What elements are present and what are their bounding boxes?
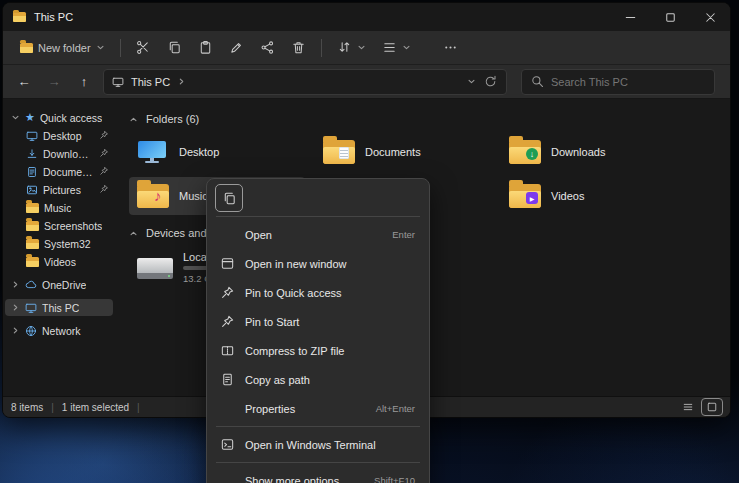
view-icon (382, 40, 397, 55)
folder-tile-downloads[interactable]: ↓ Downloads (501, 133, 677, 171)
context-menu-item-pin-start[interactable]: Pin to Start (211, 307, 425, 336)
sidebar-item-system32[interactable]: System32 (5, 235, 113, 252)
sidebar-item-downloads[interactable]: Downloads (5, 145, 113, 162)
chevron-up-icon (129, 229, 138, 238)
copy-path-icon (219, 372, 235, 388)
copy-icon (222, 191, 237, 206)
context-menu-item-compress-zip[interactable]: Compress to ZIP file (211, 336, 425, 365)
folder-tile-videos[interactable]: ▶ Videos (501, 177, 677, 215)
cut-icon (136, 40, 151, 55)
share-icon (260, 40, 275, 55)
folder-icon (26, 257, 39, 267)
sidebar-item-screenshots[interactable]: Screenshots (5, 217, 113, 234)
minimize-button[interactable] (610, 3, 650, 31)
sidebar-item-videos[interactable]: Videos (5, 253, 113, 270)
details-view-button[interactable] (678, 399, 698, 415)
network-icon (25, 325, 37, 337)
command-toolbar: New folder (3, 31, 730, 65)
menu-item-label: Pin to Quick access (245, 287, 342, 299)
maximize-button[interactable] (650, 3, 690, 31)
context-menu-item-properties[interactable]: Properties Alt+Enter (211, 394, 425, 423)
folder-tile-desktop[interactable]: Desktop (129, 133, 305, 171)
chevron-down-icon (402, 43, 411, 52)
forward-button[interactable]: → (41, 69, 67, 95)
sidebar-item-pictures[interactable]: Pictures (5, 181, 113, 198)
menu-item-label: Open (245, 229, 272, 241)
sort-icon (337, 40, 352, 55)
sidebar-item-label: Screenshots (44, 220, 102, 232)
cloud-icon (25, 279, 37, 291)
sort-button[interactable] (330, 35, 373, 61)
sidebar-item-label: Downloads (43, 148, 94, 160)
hard-drive-icon (137, 255, 173, 281)
trash-icon (291, 40, 306, 55)
sidebar-item-music[interactable]: Music (5, 199, 113, 216)
more-options-button[interactable] (436, 35, 465, 61)
menu-item-label: Compress to ZIP file (245, 345, 344, 357)
sidebar-item-documents[interactable]: Documents (5, 163, 113, 180)
new-folder-label: New folder (38, 42, 91, 54)
folder-name: Videos (551, 190, 584, 202)
toolbar-separator (120, 39, 121, 57)
chevron-right-icon (11, 303, 20, 312)
window-title: This PC (34, 11, 73, 23)
copy-icon (167, 40, 182, 55)
context-menu-item-show-more-options[interactable]: Show more options Shift+F10 (211, 466, 425, 483)
context-menu-item-open[interactable]: Open Enter (211, 220, 425, 249)
search-input[interactable] (551, 76, 706, 88)
explorer-app-icon (13, 12, 26, 22)
menu-item-label: Properties (245, 403, 295, 415)
close-button[interactable] (690, 3, 730, 31)
new-folder-button[interactable]: New folder (13, 35, 112, 61)
cut-button[interactable] (129, 35, 158, 61)
paste-button[interactable] (191, 35, 220, 61)
copy-button[interactable] (160, 35, 189, 61)
folder-tile-documents[interactable]: Documents (315, 133, 491, 171)
sidebar-item-label: Desktop (43, 130, 82, 142)
folder-name: Desktop (179, 146, 219, 158)
menu-separator (216, 216, 420, 217)
refresh-icon[interactable] (483, 74, 498, 89)
context-menu-item-open-terminal[interactable]: Open in Windows Terminal (211, 430, 425, 459)
share-button[interactable] (253, 35, 282, 61)
sidebar-item-network[interactable]: Network (5, 322, 113, 339)
search-box[interactable] (521, 69, 715, 95)
sidebar-item-label: Network (42, 325, 81, 337)
sidebar-item-label: OneDrive (42, 279, 86, 291)
toolbar-separator (321, 39, 322, 57)
context-menu-item-copy-as-path[interactable]: Copy as path (211, 365, 425, 394)
downloads-folder-icon: ↓ (509, 140, 541, 164)
sidebar-item-label: Videos (44, 256, 76, 268)
selection-count: 1 item selected (62, 402, 129, 413)
sidebar-item-quick-access[interactable]: ★ Quick access (5, 109, 113, 126)
pin-icon (99, 148, 109, 160)
folders-section-header[interactable]: Folders (6) (129, 113, 730, 125)
new-window-icon (219, 256, 235, 272)
large-icons-view-button[interactable] (702, 399, 722, 415)
chevron-right-icon (11, 280, 20, 289)
quick-actions-row (211, 183, 425, 213)
breadcrumb-location[interactable]: This PC (131, 76, 170, 88)
sidebar-item-label: System32 (44, 238, 91, 250)
star-icon: ★ (25, 112, 35, 123)
address-dropdown-icon[interactable] (467, 77, 476, 86)
chevron-right-icon (11, 326, 20, 335)
search-icon (530, 74, 545, 89)
sidebar-item-onedrive[interactable]: OneDrive (5, 276, 113, 293)
up-button[interactable]: ↑ (71, 69, 97, 95)
context-menu-item-pin-quick-access[interactable]: Pin to Quick access (211, 278, 425, 307)
delete-button[interactable] (284, 35, 313, 61)
pin-icon (99, 130, 109, 142)
view-button[interactable] (375, 35, 418, 61)
address-bar[interactable]: This PC (103, 69, 507, 95)
back-button[interactable]: ← (11, 69, 37, 95)
sidebar-item-this-pc[interactable]: This PC (5, 299, 113, 316)
sidebar-item-desktop[interactable]: Desktop (5, 127, 113, 144)
context-menu-item-open-new-window[interactable]: Open in new window (211, 249, 425, 278)
blank-icon (219, 473, 235, 483)
rename-button[interactable] (222, 35, 251, 61)
pin-icon (99, 166, 109, 178)
copy-quick-action-button[interactable] (216, 185, 242, 211)
sidebar: ★ Quick access Desktop Downloads Documen… (3, 99, 115, 396)
item-count: 8 items (11, 402, 43, 413)
